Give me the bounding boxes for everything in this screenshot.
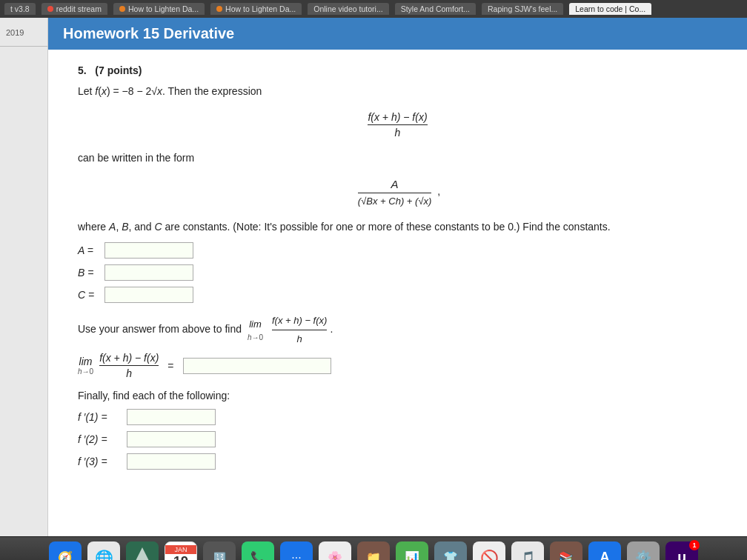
f2-row: f ′(2) = xyxy=(78,431,717,447)
f3-label: f ′(3) = xyxy=(78,456,122,467)
comma: , xyxy=(437,185,440,197)
dock: 🧭 🌐 JAN 19 🔢 📞 ··· 🌸 📁 📊 👕 🚫 🎵 📚 A ⚙️ μ … xyxy=(0,536,747,560)
use-answer-text: Use your answer from above to find lim h… xyxy=(78,313,717,346)
big-fraction-block: A (√Bx + Ch) + (√x) , xyxy=(78,178,717,207)
dock-messages[interactable]: ··· xyxy=(280,541,313,561)
lim-label: lim h→0 xyxy=(78,356,93,376)
problem-area: 5. (7 points) Let f(x) = −8 − 2√x. Then … xyxy=(48,50,747,490)
sidebar: 2019 xyxy=(0,18,48,536)
dock-safari[interactable]: 🧭 xyxy=(49,541,82,561)
f3-input[interactable] xyxy=(127,453,216,470)
dock-blocked[interactable]: 🚫 xyxy=(473,541,505,561)
dock-mu[interactable]: μ 1 xyxy=(665,541,698,561)
equals-sign: = xyxy=(167,360,173,372)
big-fraction-denominator: (√Bx + Ch) + (√x) xyxy=(358,193,432,207)
dock-books[interactable]: 📚 xyxy=(550,541,582,561)
lim-fraction: f(x + h) − f(x) h xyxy=(99,352,159,379)
lim-fraction-denominator: h xyxy=(99,366,159,379)
content-area: Homework 15 Derivative 5. (7 points) Let… xyxy=(48,18,747,536)
tab-style[interactable]: Style And Comfort... xyxy=(395,3,476,15)
lim-equals-row: lim h→0 f(x + h) − f(x) h = xyxy=(78,352,717,379)
content-header: Homework 15 Derivative xyxy=(48,18,747,50)
tab-style-label: Style And Comfort... xyxy=(401,4,470,13)
dock-settings[interactable]: ⚙️ xyxy=(627,541,660,561)
first-fraction-denominator: h xyxy=(368,125,427,139)
dock-numbers[interactable]: 📊 xyxy=(396,541,428,561)
big-fraction-numerator: A xyxy=(358,178,432,193)
lim-answer-input[interactable] xyxy=(183,358,331,374)
f2-label: f ′(2) = xyxy=(78,433,122,445)
tab-video[interactable]: Online video tutori... xyxy=(308,3,388,15)
b-label: B = xyxy=(78,267,100,279)
tab-video-label: Online video tutori... xyxy=(313,4,382,13)
can-be-written: can be written in the form xyxy=(78,150,717,166)
c-input[interactable] xyxy=(104,287,193,303)
lim-fraction-numerator: f(x + h) − f(x) xyxy=(99,352,159,366)
reddit-icon xyxy=(47,6,53,12)
f1-label: f ′(1) = xyxy=(78,411,122,423)
problem-number: 5. (7 points) xyxy=(78,64,717,76)
tab-lighten1-label: How to Lighten Da... xyxy=(128,4,199,13)
first-fraction: f(x + h) − f(x) h xyxy=(368,111,427,139)
finally-text: Finally, find each of the following: xyxy=(78,390,717,401)
page-title: Homework 15 Derivative xyxy=(63,25,732,42)
a-input-row: A = xyxy=(78,242,717,259)
f1-input[interactable] xyxy=(127,409,216,425)
problem-intro: Let f(x) = −8 − 2√x. Then the expression xyxy=(78,84,717,99)
tab-sjw-label: Raping SJW's feel... xyxy=(488,4,557,13)
tab-v38-label: t v3.8 xyxy=(10,4,30,13)
sidebar-divider xyxy=(0,46,47,47)
where-text: where A, B, and C are constants. (Note: … xyxy=(78,219,717,235)
dock-calendar[interactable]: JAN 19 xyxy=(165,541,197,561)
dock-photos[interactable]: 🌸 xyxy=(319,541,351,561)
main-area: 2019 Homework 15 Derivative 5. (7 points… xyxy=(0,18,747,536)
f3-row: f ′(3) = xyxy=(78,453,717,470)
lighten2-icon xyxy=(216,6,222,12)
tab-reddit-label: reddit stream xyxy=(56,4,102,13)
dock-chrome[interactable]: 🌐 xyxy=(87,541,120,561)
tab-learn[interactable]: Learn to code | Co... xyxy=(569,3,651,15)
f1-row: f ′(1) = xyxy=(78,409,717,425)
lim-sub-text: h→0 xyxy=(78,367,93,376)
dock-appstore[interactable]: A xyxy=(588,541,621,561)
a-label: A = xyxy=(78,244,100,256)
lighten1-icon xyxy=(119,6,125,12)
dock-mu-badge: 1 xyxy=(689,540,700,550)
tab-lighten2-label: How to Lighten Da... xyxy=(225,4,296,13)
dock-mountain[interactable] xyxy=(126,541,159,561)
tab-learn-label: Learn to code | Co... xyxy=(575,4,645,13)
a-input[interactable] xyxy=(104,242,193,259)
tab-v38[interactable]: t v3.8 xyxy=(4,3,36,15)
b-input[interactable] xyxy=(104,264,193,281)
year-label: 2019 xyxy=(0,25,47,40)
lim-main-text: lim xyxy=(78,356,93,367)
first-fraction-numerator: f(x + h) − f(x) xyxy=(368,111,427,125)
b-input-row: B = xyxy=(78,264,717,281)
dock-shirt[interactable]: 👕 xyxy=(434,541,467,561)
tab-lighten2[interactable]: How to Lighten Da... xyxy=(210,3,302,15)
c-input-row: C = xyxy=(78,287,717,303)
browser-bar: t v3.8 reddit stream How to Lighten Da..… xyxy=(0,0,747,18)
dock-music[interactable]: 🎵 xyxy=(511,541,544,561)
dock-calculator[interactable]: 🔢 xyxy=(203,541,236,561)
tab-reddit[interactable]: reddit stream xyxy=(42,3,107,15)
first-fraction-block: f(x + h) − f(x) h xyxy=(78,111,717,139)
big-fraction: A (√Bx + Ch) + (√x) xyxy=(358,178,432,207)
f2-input[interactable] xyxy=(127,431,216,447)
dock-facetime[interactable]: 📞 xyxy=(242,541,274,561)
tab-lighten1[interactable]: How to Lighten Da... xyxy=(113,3,205,15)
c-label: C = xyxy=(78,289,100,301)
dock-finder[interactable]: 📁 xyxy=(357,541,390,561)
tab-sjw[interactable]: Raping SJW's feel... xyxy=(482,3,563,15)
